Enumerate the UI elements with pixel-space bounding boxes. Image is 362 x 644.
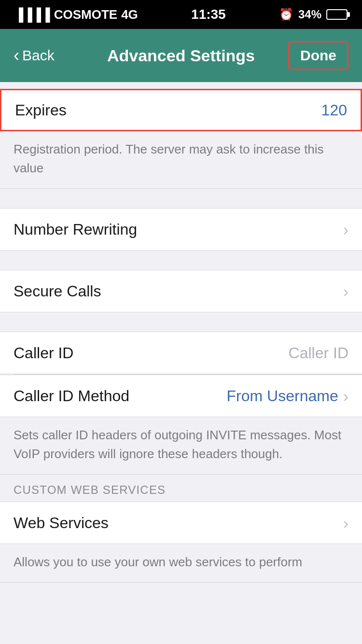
caller-id-method-description: Sets caller ID headers of outgoing INVIT…	[0, 417, 362, 475]
custom-web-services-header: CUSTOM WEB SERVICES	[0, 475, 362, 502]
spacer-2	[0, 251, 362, 270]
caller-id-value: Caller ID	[289, 344, 348, 362]
back-button[interactable]: ‹ Back	[14, 47, 55, 64]
alarm-icon: ⏰	[279, 8, 293, 21]
secure-calls-row[interactable]: Secure Calls ›	[0, 270, 362, 312]
battery-percent: 34%	[298, 8, 321, 21]
network-label: 4G	[121, 7, 138, 22]
carrier-label: COSMOTE	[54, 7, 117, 22]
battery-icon	[326, 9, 348, 20]
status-left: ▐▐▐▐ COSMOTE 4G	[14, 7, 138, 22]
expires-value: 120	[321, 101, 347, 119]
caller-id-method-label: Caller ID Method	[14, 387, 129, 405]
time-label: 11:35	[191, 7, 226, 22]
caller-id-row[interactable]: Caller ID Caller ID	[0, 332, 362, 374]
done-button[interactable]: Done	[288, 41, 348, 70]
web-services-label: Web Services	[14, 514, 109, 532]
signal-icon: ▐▐▐▐	[14, 7, 50, 22]
number-rewriting-row[interactable]: Number Rewriting ›	[0, 208, 362, 251]
secure-calls-chevron-icon: ›	[343, 282, 348, 301]
content: Expires 120 Registration period. The ser…	[0, 82, 362, 583]
spacer-3	[0, 312, 362, 332]
expires-row[interactable]: Expires 120	[0, 89, 362, 131]
back-chevron-icon: ‹	[14, 47, 19, 64]
secure-calls-label: Secure Calls	[14, 282, 101, 300]
expires-label: Expires	[15, 101, 67, 119]
back-label: Back	[22, 47, 55, 64]
nav-title: Advanced Settings	[107, 46, 255, 65]
spacer-1	[0, 189, 362, 208]
web-services-description: Allows you to use your own web services …	[0, 544, 362, 583]
number-rewriting-chevron-icon: ›	[343, 220, 348, 239]
caller-id-method-row[interactable]: Caller ID Method From Username ›	[0, 375, 362, 417]
status-right: ⏰ 34%	[279, 8, 348, 21]
caller-id-method-chevron-icon: ›	[343, 387, 348, 406]
nav-bar: ‹ Back Advanced Settings Done	[0, 29, 362, 82]
number-rewriting-label: Number Rewriting	[14, 221, 137, 238]
caller-id-method-value: From Username	[227, 387, 338, 405]
expires-description: Registration period. The server may ask …	[0, 131, 362, 189]
status-bar: ▐▐▐▐ COSMOTE 4G 11:35 ⏰ 34%	[0, 0, 362, 29]
caller-id-method-value-group: From Username ›	[227, 387, 348, 406]
web-services-chevron-icon: ›	[343, 514, 348, 532]
web-services-row[interactable]: Web Services ›	[0, 502, 362, 544]
caller-id-label: Caller ID	[14, 344, 73, 362]
